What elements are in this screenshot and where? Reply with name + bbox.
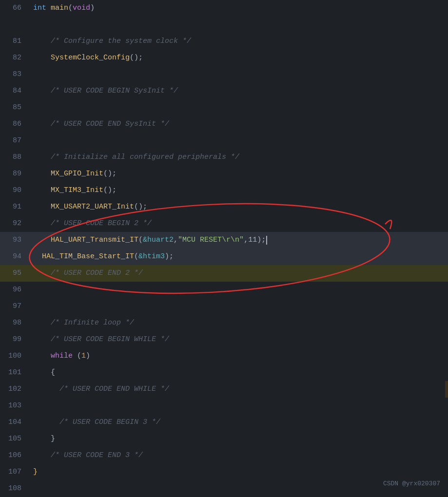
- code-token: }: [51, 431, 55, 447]
- code-line: 95 /* USER CODE END 2 */: [0, 265, 448, 282]
- line-content: [29, 282, 448, 298]
- line-content: /* USER CODE END SysInit */: [29, 116, 448, 133]
- code-token: [33, 182, 51, 199]
- line-number: 104: [0, 414, 29, 431]
- code-line: 104 /* USER CODE BEGIN 3 */: [0, 414, 448, 431]
- code-token: [33, 348, 51, 364]
- code-token: /* USER CODE END SysInit */: [33, 116, 169, 133]
- code-token: "MCU RESET\r\n": [178, 232, 244, 248]
- code-token: HAL_UART_Transmit_IT: [51, 232, 138, 248]
- line-content: [29, 133, 448, 149]
- code-token: while: [51, 348, 73, 364]
- code-line: 84 /* USER CODE BEGIN SysInit */: [0, 83, 448, 99]
- code-token: (: [134, 248, 138, 265]
- code-token: ,: [174, 232, 178, 248]
- line-number: 93: [0, 232, 29, 248]
- code-line: 98 /* Infinite loop */: [0, 315, 448, 331]
- scroll-indicator: [445, 381, 448, 398]
- line-number: 87: [0, 133, 29, 149]
- line-number: 106: [0, 447, 29, 464]
- code-line: 87: [0, 133, 448, 149]
- line-number: 94: [0, 248, 29, 265]
- code-token: /* USER CODE END WHILE */: [33, 381, 169, 398]
- code-token: ();: [103, 182, 117, 199]
- line-number: 97: [0, 298, 29, 315]
- line-number: 95: [0, 265, 29, 282]
- line-content: [29, 99, 448, 116]
- line-number: 83: [0, 66, 29, 83]
- line-content: [29, 398, 448, 414]
- code-line: 92 /* USER CODE BEGIN 2 */: [0, 215, 448, 232]
- code-token: &htim3: [138, 248, 165, 265]
- code-token: void: [73, 0, 90, 17]
- code-token: SystemClock_Config: [51, 50, 130, 66]
- code-line: [0, 17, 448, 33]
- line-number: 84: [0, 83, 29, 99]
- line-number: 81: [0, 33, 29, 50]
- code-line: 94 HAL_TIM_Base_Start_IT(&htim3);: [0, 248, 448, 265]
- code-token: MX_TIM3_Init: [51, 182, 103, 199]
- code-token: [33, 248, 42, 265]
- line-content: MX_TIM3_Init();: [29, 182, 448, 199]
- code-line: 101 {: [0, 364, 448, 381]
- line-number: 88: [0, 149, 29, 166]
- code-line: 105 }: [0, 431, 448, 447]
- code-line: 89 MX_GPIO_Init();: [0, 166, 448, 182]
- line-content: MX_USART2_UART_Init();: [29, 199, 448, 215]
- code-token: [33, 166, 51, 182]
- line-number: 66: [0, 0, 29, 17]
- code-line: 86 /* USER CODE END SysInit */: [0, 116, 448, 133]
- code-line: 82 SystemClock_Config();: [0, 50, 448, 66]
- line-number: 107: [0, 464, 29, 480]
- line-number: 90: [0, 182, 29, 199]
- code-token: MX_USART2_UART_Init: [51, 199, 134, 215]
- code-editor: 66int main(void)81 /* Configure the syst…: [0, 0, 448, 497]
- code-line: 85: [0, 99, 448, 116]
- line-content: /* Infinite loop */: [29, 315, 448, 331]
- code-line: 88 /* Initialize all configured peripher…: [0, 149, 448, 166]
- code-token: ();: [103, 166, 117, 182]
- code-line: 96: [0, 282, 448, 298]
- code-token: [33, 431, 51, 447]
- line-content: MX_GPIO_Init();: [29, 166, 448, 182]
- line-number: 85: [0, 99, 29, 116]
- code-line: 99 /* USER CODE BEGIN WHILE */: [0, 331, 448, 348]
- code-line: 91 MX_USART2_UART_Init();: [0, 199, 448, 215]
- code-token: ): [90, 0, 95, 17]
- code-line: 103: [0, 398, 448, 414]
- code-line: 90 MX_TIM3_Init();: [0, 182, 448, 199]
- line-content: {: [29, 364, 448, 381]
- line-content: HAL_UART_Transmit_IT(&huart2,"MCU RESET\…: [29, 232, 448, 248]
- code-token: [33, 50, 51, 66]
- code-line: 106 /* USER CODE END 3 */: [0, 447, 448, 464]
- line-content: [29, 298, 448, 315]
- line-number: [0, 17, 29, 33]
- code-token: MX_GPIO_Init: [51, 166, 103, 182]
- line-number: 100: [0, 348, 29, 364]
- code-token: int: [33, 0, 51, 17]
- code-token: ();: [130, 50, 143, 66]
- watermark: CSDN @yrx020307: [383, 476, 440, 492]
- line-number: 99: [0, 331, 29, 348]
- code-token: {: [51, 364, 55, 381]
- line-content: while (1): [29, 348, 448, 364]
- code-token: /* USER CODE BEGIN 3 */: [33, 414, 160, 431]
- line-content: int main(void): [29, 0, 448, 17]
- code-line: 100 while (1): [0, 348, 448, 364]
- line-number: 96: [0, 282, 29, 298]
- line-number: 98: [0, 315, 29, 331]
- code-line: 83: [0, 66, 448, 83]
- code-line: 108: [0, 480, 448, 497]
- code-token: ): [86, 348, 90, 364]
- line-number: 86: [0, 116, 29, 133]
- code-token: /* Configure the system clock */: [33, 33, 191, 50]
- code-token: 1: [81, 348, 86, 364]
- line-number: 102: [0, 381, 29, 398]
- line-content: /* USER CODE BEGIN 3 */: [29, 414, 448, 431]
- code-token: /* Infinite loop */: [33, 315, 134, 331]
- code-token: [33, 364, 51, 381]
- line-content: /* USER CODE BEGIN 2 */: [29, 215, 448, 232]
- line-content: }: [29, 431, 448, 447]
- line-content: /* Initialize all configured peripherals…: [29, 149, 448, 166]
- line-content: /* USER CODE BEGIN WHILE */: [29, 331, 448, 348]
